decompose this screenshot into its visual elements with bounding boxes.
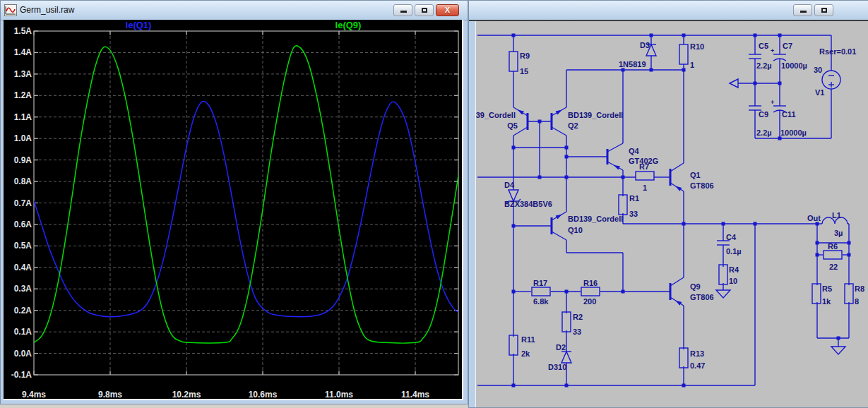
label-D3-val[interactable]: 1N5819 (619, 60, 646, 68)
legend-trace-0[interactable]: Ie(Q1) (126, 20, 152, 30)
label-R13-ref[interactable]: R13 (690, 349, 704, 358)
trace-Ie(Q9)[interactable] (34, 46, 459, 343)
transistor-symbol[interactable] (607, 143, 623, 170)
label-C4-val[interactable]: 0.1µ (726, 247, 742, 256)
schematic-editor-area[interactable]: R915D31N5819R101C52.2µ+C710000µRser=0.01… (475, 21, 868, 407)
resistor-symbol[interactable] (719, 265, 727, 284)
legend-trace-1[interactable]: Ie(Q9) (335, 20, 362, 30)
label-R11-val[interactable]: 2k (521, 349, 530, 358)
resistor-symbol[interactable] (581, 287, 600, 296)
resistor-symbol[interactable] (619, 195, 627, 215)
label-R4-ref[interactable]: R4 (729, 265, 739, 274)
label-R16-ref[interactable]: R16 (583, 279, 598, 287)
waveform-plot-area[interactable]: 1.5A1.4A1.3A1.2A1.1A1.0A0.9A0.8A0.7A0.6A… (4, 20, 463, 400)
label-D4-ref[interactable]: D4 (504, 181, 515, 189)
label-L1-ref[interactable]: L1 (832, 211, 841, 220)
trace-Ie(Q1)[interactable] (34, 102, 459, 317)
label-R16-val[interactable]: 200 (583, 297, 596, 306)
label-R17-val[interactable]: 6.8k (533, 297, 549, 306)
label-D2-ref[interactable]: D2 (556, 343, 566, 352)
label-R8-val[interactable]: 8 (855, 297, 859, 306)
label-V1-rser[interactable]: Rser=0.01 (819, 47, 856, 56)
label-Q2-model[interactable]: BD139_Cordell (568, 111, 623, 119)
label-R17-ref[interactable]: R17 (533, 279, 547, 287)
label-R6-val[interactable]: 22 (829, 263, 838, 271)
label-R1-ref[interactable]: R1 (629, 194, 639, 203)
minimize-button[interactable] (393, 4, 412, 16)
label-C11-ref[interactable]: C11 (782, 110, 796, 119)
label-R9-ref[interactable]: R9 (520, 52, 530, 60)
ground-symbol[interactable] (831, 347, 845, 354)
label-R2-ref[interactable]: R2 (573, 313, 583, 321)
ground-symbol[interactable] (716, 290, 730, 298)
label-C7-plus[interactable]: + (771, 47, 774, 54)
label-Q1-ref[interactable]: Q1 (690, 171, 701, 179)
label-C9-val[interactable]: 2.2µ (756, 128, 772, 137)
label-Q2-ref[interactable]: Q2 (568, 121, 578, 130)
schematic-maximize-button[interactable] (814, 4, 833, 16)
label-Out-net[interactable]: Out (807, 214, 821, 222)
transistor-symbol[interactable] (552, 107, 566, 136)
label-C7-val[interactable]: 10000µ (781, 61, 807, 70)
label-D4-val[interactable]: BZX384B5V6 (504, 200, 552, 208)
label-D2-val[interactable]: D310 (548, 363, 566, 371)
label-Q5-ref[interactable]: Q5 (507, 121, 518, 130)
label-Q10-ref[interactable]: Q10 (568, 226, 583, 234)
label-R7-val[interactable]: 1 (643, 184, 647, 192)
schematic-minimize-button[interactable] (793, 4, 812, 16)
label-C4-ref[interactable]: C4 (726, 233, 737, 241)
label-R5-ref[interactable]: R5 (822, 284, 832, 293)
label-R10-val[interactable]: 1 (690, 61, 694, 69)
label-L1-val[interactable]: 3µ (834, 229, 843, 237)
label-C5-ref[interactable]: C5 (759, 42, 768, 50)
transistor-symbol[interactable] (670, 277, 684, 306)
resistor-symbol[interactable] (824, 251, 842, 259)
label-R8-ref[interactable]: R8 (855, 284, 864, 293)
resistor-symbol[interactable] (532, 287, 550, 296)
transistor-symbol[interactable] (670, 163, 684, 191)
voltage-source-symbol[interactable] (822, 71, 840, 89)
label-R11-ref[interactable]: R11 (521, 335, 535, 344)
label-R10-ref[interactable]: R10 (690, 42, 704, 51)
schematic-canvas[interactable]: R915D31N5819R101C52.2µ+C710000µRser=0.01… (476, 21, 868, 408)
label-Q10-model[interactable]: BD139_Cordell (568, 215, 623, 223)
label-R2-val[interactable]: 33 (573, 328, 581, 336)
label-V1-ref[interactable]: V1 (815, 88, 824, 97)
resistor-symbol[interactable] (812, 284, 821, 304)
label-V1-val[interactable]: 30 (814, 66, 822, 74)
waveform-canvas[interactable]: 1.5A1.4A1.3A1.2A1.1A1.0A0.9A0.8A0.7A0.6A… (4, 20, 462, 399)
label-Q1-model[interactable]: GT806 (690, 181, 714, 190)
label-Q5-model[interactable]: BD139_Cordell (476, 111, 516, 119)
schematic-titlebar[interactable] (469, 1, 868, 20)
label-Q9-model[interactable]: GT806 (690, 293, 714, 301)
resistor-symbol[interactable] (509, 335, 518, 355)
label-D3-ref[interactable]: D3 (640, 41, 650, 49)
resistor-symbol[interactable] (636, 172, 654, 180)
label-C11-plus[interactable]: + (771, 99, 774, 106)
resistor-symbol[interactable] (845, 284, 853, 304)
capacitor-symbol[interactable] (749, 54, 761, 59)
label-C7-ref[interactable]: C7 (783, 42, 792, 50)
label-C11-val[interactable]: 10000µ (780, 128, 807, 137)
diode-symbol[interactable] (561, 352, 571, 363)
label-R13-val[interactable]: 0.47 (690, 361, 705, 370)
label-Q9-ref[interactable]: Q9 (690, 282, 701, 291)
waveform-titlebar[interactable]: Germ_usil.raw X (1, 1, 468, 20)
transistor-symbol[interactable] (552, 212, 566, 240)
port-arrow-icon[interactable] (730, 79, 738, 88)
label-Q4-ref[interactable]: Q4 (629, 147, 640, 155)
close-button[interactable]: X (436, 4, 459, 16)
resistor-symbol[interactable] (562, 312, 571, 332)
resistor-symbol[interactable] (679, 348, 688, 368)
label-R9-val[interactable]: 15 (520, 67, 528, 76)
restore-button[interactable] (415, 4, 434, 16)
label-R6-ref[interactable]: R6 (828, 242, 838, 251)
resistor-symbol[interactable] (679, 44, 688, 64)
label-C9-ref[interactable]: C9 (759, 110, 768, 119)
resistor-symbol[interactable] (509, 52, 518, 71)
label-R7-ref[interactable]: R7 (639, 162, 649, 171)
label-R5-val[interactable]: 1k (822, 297, 831, 306)
label-R1-val[interactable]: 33 (629, 210, 638, 218)
label-C5-val[interactable]: 2.2µ (756, 61, 772, 70)
label-R4-val[interactable]: 10 (729, 277, 737, 285)
